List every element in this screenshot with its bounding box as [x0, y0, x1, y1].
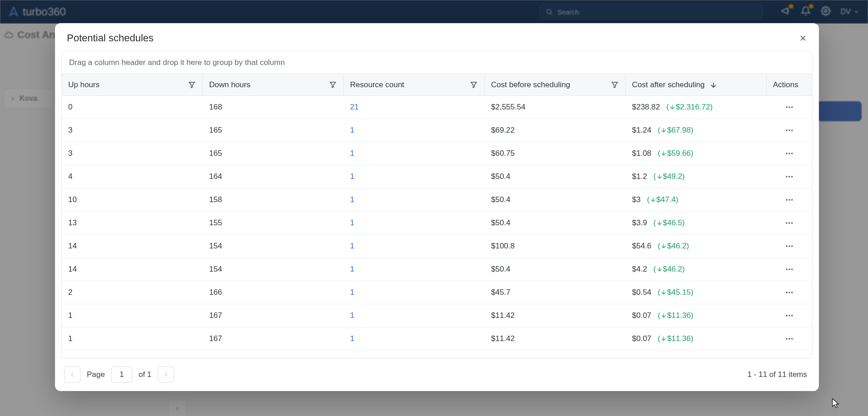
row-actions-button[interactable] — [781, 170, 798, 183]
cell-down-hours: 154 — [203, 258, 344, 281]
cell-up-hours: 14 — [62, 235, 203, 258]
table-row: 31651$69.22$1.24($67.98) — [62, 119, 812, 142]
cell-resource-count: 1 — [344, 304, 485, 327]
grid-header: Up hours Down hours Resource count Cost … — [62, 74, 812, 96]
resource-count-link[interactable]: 1 — [350, 126, 354, 135]
cell-up-hours: 10 — [62, 188, 203, 211]
close-button[interactable] — [796, 31, 810, 45]
resource-count-link[interactable]: 1 — [350, 265, 354, 274]
svg-point-33 — [788, 338, 790, 339]
cell-resource-count: 1 — [344, 212, 485, 234]
table-row: 101581$50.4$3($47.4) — [62, 188, 812, 212]
pager-summary: 1 - 11 of 11 items — [748, 370, 807, 379]
prev-page-button[interactable] — [64, 366, 80, 383]
svg-point-2 — [786, 106, 788, 108]
col-up-hours[interactable]: Up hours — [62, 74, 203, 95]
row-actions-button[interactable] — [781, 193, 798, 207]
resource-count-link[interactable]: 21 — [350, 103, 359, 112]
svg-point-31 — [791, 315, 793, 316]
more-horizontal-icon — [785, 126, 794, 135]
cost-after-value: $238.82 — [632, 103, 660, 112]
resource-count-link[interactable]: 1 — [350, 149, 354, 158]
cell-resource-count: 1 — [344, 235, 485, 258]
col-cost-before[interactable]: Cost before scheduling — [485, 74, 626, 95]
resource-count-link[interactable]: 1 — [350, 172, 354, 181]
col-cost-after[interactable]: Cost after scheduling — [626, 74, 767, 95]
sort-desc-icon — [709, 81, 717, 89]
cell-cost-before: $11.42 — [485, 327, 626, 350]
col-cost-before-label: Cost before scheduling — [491, 80, 611, 89]
svg-point-9 — [788, 153, 790, 154]
table-row: 11671$11.42$0.07($11.36) — [62, 327, 812, 351]
cell-down-hours: 165 — [203, 142, 344, 165]
col-down-hours[interactable]: Down hours — [203, 74, 344, 95]
table-row: 016821$2,555.54$238.82($2,316.72) — [62, 96, 812, 119]
row-actions-button[interactable] — [781, 124, 798, 137]
filter-icon[interactable] — [329, 81, 337, 89]
filter-icon[interactable] — [188, 81, 196, 89]
filter-icon[interactable] — [611, 81, 619, 89]
pager-left: Page of 1 — [64, 366, 174, 383]
savings-value: ($46.2) — [658, 242, 689, 251]
col-resource-count[interactable]: Resource count — [344, 74, 485, 95]
resource-count-link[interactable]: 1 — [350, 242, 354, 251]
cell-cost-after: $54.6($46.2) — [626, 235, 767, 258]
row-actions-button[interactable] — [781, 100, 798, 114]
cell-cost-before: $2,555.54 — [485, 96, 626, 119]
row-actions-button[interactable] — [781, 216, 798, 230]
cell-up-hours: 1 — [62, 327, 203, 350]
resource-count-link[interactable]: 1 — [350, 195, 354, 204]
cell-actions — [767, 165, 812, 188]
cell-actions — [767, 327, 812, 350]
cell-down-hours: 166 — [203, 281, 344, 304]
more-horizontal-icon — [785, 149, 794, 158]
svg-point-27 — [788, 292, 790, 293]
row-actions-button[interactable] — [781, 262, 798, 276]
page-input[interactable] — [111, 366, 132, 383]
cost-after-value: $0.07 — [632, 311, 652, 320]
cell-resource-count: 1 — [344, 327, 485, 350]
row-actions-button[interactable] — [781, 332, 798, 346]
row-actions-button[interactable] — [781, 286, 798, 299]
row-actions-button[interactable] — [781, 309, 798, 322]
svg-point-19 — [791, 222, 793, 223]
svg-point-15 — [788, 199, 790, 200]
svg-point-18 — [788, 222, 790, 223]
resource-count-link[interactable]: 1 — [350, 311, 354, 320]
cell-actions — [767, 258, 812, 281]
resource-count-link[interactable]: 1 — [350, 288, 354, 297]
cell-resource-count: 21 — [344, 96, 485, 119]
savings-value: ($2,316.72) — [666, 103, 712, 112]
col-cost-after-label: Cost after scheduling — [632, 80, 705, 89]
cell-resource-count: 1 — [344, 281, 485, 304]
row-actions-button[interactable] — [781, 239, 798, 253]
cell-down-hours: 165 — [203, 119, 344, 142]
table-row: 11671$11.42$0.07($11.36) — [62, 304, 812, 327]
group-by-dropzone[interactable]: Drag a column header and drop it here to… — [61, 51, 813, 74]
filter-icon[interactable] — [470, 81, 478, 89]
cell-up-hours: 13 — [62, 212, 203, 234]
table-row: 41641$50.4$1.2($49.2) — [62, 165, 812, 188]
cell-down-hours: 154 — [203, 235, 344, 258]
cell-actions — [767, 119, 812, 142]
cost-after-value: $3 — [632, 195, 641, 204]
resource-count-link[interactable]: 1 — [350, 334, 354, 343]
col-resource-count-label: Resource count — [350, 80, 470, 89]
cost-after-value: $54.6 — [632, 242, 652, 251]
next-page-button[interactable] — [158, 366, 174, 383]
cell-cost-after: $3($47.4) — [626, 188, 767, 211]
cost-after-value: $1.08 — [632, 149, 652, 158]
svg-point-14 — [786, 199, 788, 200]
pager: Page of 1 1 - 11 of 11 items — [55, 358, 819, 391]
schedules-grid: Up hours Down hours Resource count Cost … — [61, 74, 813, 358]
row-actions-button[interactable] — [781, 147, 798, 160]
cell-cost-before: $11.42 — [485, 304, 626, 327]
cell-cost-after: $0.07($11.36) — [626, 327, 767, 350]
savings-value: ($67.98) — [658, 126, 693, 135]
cell-cost-after: $238.82($2,316.72) — [626, 96, 767, 119]
svg-point-28 — [791, 292, 793, 293]
table-row: 21661$45.7$0.54($45.15) — [62, 281, 812, 304]
col-up-hours-label: Up hours — [68, 80, 188, 89]
svg-point-22 — [791, 245, 793, 247]
resource-count-link[interactable]: 1 — [350, 218, 354, 228]
